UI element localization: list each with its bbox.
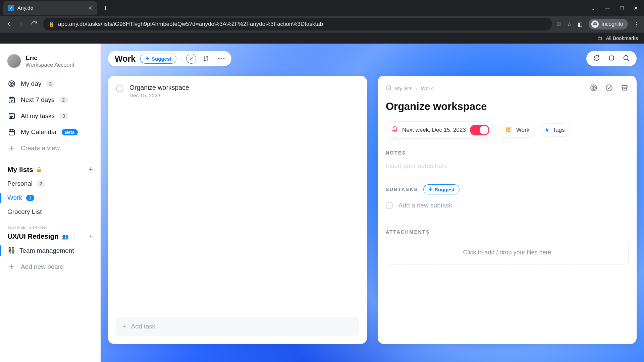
window-maximize-icon[interactable]: ☐ — [620, 5, 624, 11]
bookmarks-bar: 🗀 All Bookmarks — [0, 32, 644, 44]
count-badge: 1 — [26, 195, 34, 201]
nav-calendar[interactable]: My Calendar Beta — [4, 124, 96, 140]
workspace-name: UX/UI Redesign — [7, 232, 59, 240]
add-board-plus[interactable]: + — [89, 232, 93, 241]
my-lists-header: My lists🔒 + — [4, 156, 96, 177]
archive-icon[interactable] — [621, 84, 629, 93]
nav-label: Create a view — [21, 144, 60, 152]
sparkle-icon: ✦ — [428, 186, 433, 192]
sidepanel-icon[interactable]: ◧ — [578, 21, 583, 27]
attachments-label: ATTACHMENTS — [386, 229, 629, 235]
nav-next-7-days[interactable]: Next 7 days 2 — [4, 92, 96, 108]
breadcrumb-list[interactable]: Work — [421, 85, 433, 92]
bookmark-star-icon[interactable]: ☆ — [567, 21, 572, 27]
task-title: Organize workspace — [129, 84, 189, 92]
plus-icon: + — [122, 322, 126, 331]
sync-icon[interactable] — [593, 54, 600, 63]
task-date: Dec 15, 2023 — [129, 93, 189, 99]
new-tab-button[interactable]: + — [103, 4, 108, 12]
subtask-checkbox[interactable] — [386, 202, 393, 209]
task-row[interactable]: Organize workspace Dec 15, 2023 — [116, 84, 359, 99]
list-work[interactable]: Work 1 — [4, 191, 96, 205]
complete-icon[interactable] — [605, 84, 613, 93]
notes-label: NOTES — [386, 150, 629, 156]
more-options-button[interactable]: ••• — [216, 56, 227, 62]
suggest-button[interactable]: ✦ Suggest — [140, 54, 176, 64]
reload-button[interactable] — [30, 20, 38, 28]
incognito-icon: 🕶 — [591, 20, 599, 28]
count-badge: 2 — [37, 180, 45, 187]
count-badge: 2 — [59, 97, 68, 103]
account-header[interactable]: Eric Workspace Account — [4, 52, 96, 76]
add-new-board[interactable]: Add new board — [4, 258, 96, 275]
svg-point-9 — [591, 85, 597, 91]
nav-create-view[interactable]: Create a view — [4, 140, 96, 156]
nav-all-tasks[interactable]: All my tasks 3 — [4, 108, 96, 124]
incognito-indicator[interactable]: 🕶 Incognito — [589, 19, 628, 29]
back-button[interactable] — [5, 20, 13, 28]
reminder-chip[interactable]: Next week, Dec 15, 2023 — [386, 121, 495, 139]
task-checkbox[interactable] — [116, 85, 123, 92]
browser-toolbar: 🔒 app.any.do/tasks/lists/iG98HTlvgh9piAh… — [0, 16, 644, 32]
task-detail-panel: My lists › Work Organize workspace Next … — [378, 76, 637, 344]
nav-label: All my tasks — [21, 112, 55, 120]
search-icon[interactable] — [623, 54, 630, 63]
board-label: Team management — [19, 247, 74, 254]
board-emoji: 👫 — [7, 247, 15, 254]
list-chip[interactable]: Work — [500, 123, 535, 138]
add-list-button[interactable]: + — [89, 165, 93, 174]
list-personal[interactable]: Personal 2 — [4, 177, 96, 191]
nav-label: Next 7 days — [21, 96, 54, 104]
window-minimize-icon[interactable]: — — [605, 5, 610, 11]
hashtag-icon: # — [545, 127, 548, 133]
browser-tab[interactable]: ✓ Any.do ✕ — [3, 1, 97, 15]
list-label: Work — [7, 194, 22, 201]
tags-chip-label: Tags — [553, 127, 565, 133]
stop-icon[interactable] — [608, 54, 615, 63]
chrome-menu-icon[interactable]: ⋮ — [634, 21, 639, 27]
beta-badge: Beta — [62, 129, 78, 135]
detail-title[interactable]: Organize workspace — [386, 101, 629, 113]
avatar — [7, 54, 21, 68]
breadcrumb-root[interactable]: My lists — [395, 85, 413, 92]
notes-input[interactable]: Insert your notes here — [386, 162, 629, 170]
address-bar[interactable]: 🔒 app.any.do/tasks/lists/iG98HTlvgh9piAh… — [43, 18, 552, 31]
workspace-menu-icon[interactable]: ⋮ — [72, 233, 77, 240]
trial-notice: Trial ends in 14 days — [4, 219, 96, 230]
board-team-management[interactable]: 👫 Team management — [4, 243, 96, 258]
add-task-input[interactable]: + Add task — [116, 317, 359, 336]
all-bookmarks-link[interactable]: All Bookmarks — [606, 35, 638, 41]
people-icon: 👥 — [62, 233, 69, 240]
count-badge: 2 — [46, 80, 55, 87]
svg-point-1 — [10, 82, 13, 85]
eye-blocked-icon[interactable]: 👁̷ — [557, 21, 561, 27]
tags-chip[interactable]: # Tags — [540, 123, 570, 137]
lock-icon: 🔒 — [48, 21, 55, 27]
count-badge: 3 — [59, 113, 68, 119]
workspace-header: UX/UI Redesign 👥 ⋮ + — [4, 230, 96, 243]
subtasks-suggest-button[interactable]: ✦ Suggest — [423, 184, 460, 194]
focus-icon[interactable] — [590, 84, 598, 93]
svg-point-10 — [592, 86, 595, 89]
tab-search-icon[interactable]: ⌄ — [591, 5, 595, 11]
bookmarks-folder-icon: 🗀 — [597, 35, 602, 41]
user-name: Eric — [25, 54, 74, 62]
reminder-toggle[interactable] — [470, 125, 489, 135]
sort-button[interactable] — [201, 54, 211, 64]
window-close-icon[interactable]: ✕ — [634, 5, 638, 11]
clear-filter-button[interactable] — [186, 54, 196, 64]
nav-my-day[interactable]: My day 2 — [4, 76, 96, 92]
anydo-favicon: ✓ — [8, 5, 14, 11]
attachments-dropzone[interactable]: Click to add / drop your files here — [386, 241, 629, 264]
sidebar: Eric Workspace Account My day 2 Next 7 d… — [0, 44, 101, 362]
suggest-label: Suggest — [435, 187, 454, 192]
list-grocery[interactable]: Grocery List — [4, 205, 96, 219]
breadcrumb-icon — [386, 85, 392, 92]
add-board-label: Add new board — [21, 263, 64, 270]
list-icon — [505, 126, 512, 134]
forward-button[interactable] — [17, 20, 25, 28]
tab-close-icon[interactable]: ✕ — [88, 5, 93, 12]
list-icon — [7, 112, 16, 120]
calendar-7-icon — [7, 96, 16, 104]
add-subtask-input[interactable]: Add a new subtask — [386, 202, 629, 209]
